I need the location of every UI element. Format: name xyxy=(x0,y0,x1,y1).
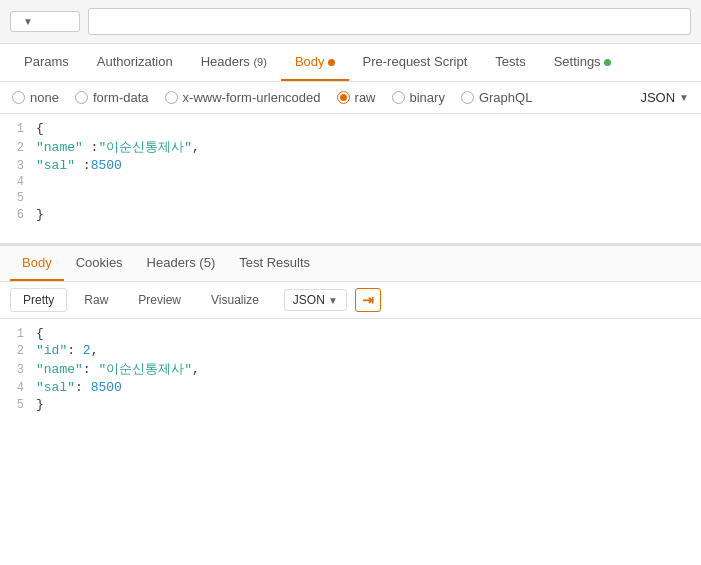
resp-view-pretty[interactable]: Pretty xyxy=(10,288,67,312)
method-chevron-icon: ▼ xyxy=(23,16,33,27)
radio-binary xyxy=(392,91,405,104)
tab-dot-body xyxy=(328,59,335,66)
req-code-line-5: 5 xyxy=(0,190,701,206)
body-option-label-binary: binary xyxy=(410,90,445,105)
line-content: { xyxy=(36,121,701,136)
req-tab-body[interactable]: Body xyxy=(281,44,349,81)
line-content: } xyxy=(36,397,701,412)
tab-badge-headers: (9) xyxy=(253,56,266,68)
method-select[interactable]: ▼ xyxy=(10,11,80,32)
resp-code-line-4: 4"sal": 8500 xyxy=(0,379,701,396)
line-content: { xyxy=(36,326,701,341)
resp-format-label: JSON xyxy=(293,293,325,307)
line-number: 1 xyxy=(0,327,36,341)
resp-tab-test-results[interactable]: Test Results xyxy=(227,246,322,281)
body-option-label-none: none xyxy=(30,90,59,105)
radio-graphql xyxy=(461,91,474,104)
line-number: 3 xyxy=(0,159,36,173)
line-number: 3 xyxy=(0,363,36,377)
req-tab-pre-request[interactable]: Pre-request Script xyxy=(349,44,482,81)
body-option-label-x-www: x-www-form-urlencoded xyxy=(183,90,321,105)
resp-view-visualize[interactable]: Visualize xyxy=(198,288,272,312)
response-tabs: BodyCookiesHeaders (5)Test Results xyxy=(0,244,701,282)
line-number: 5 xyxy=(0,191,36,205)
response-section: BodyCookiesHeaders (5)Test Results Prett… xyxy=(0,244,701,419)
req-tab-authorization[interactable]: Authorization xyxy=(83,44,187,81)
resp-tab-body[interactable]: Body xyxy=(10,246,64,281)
body-option-binary[interactable]: binary xyxy=(392,90,445,105)
resp-code-line-1: 1{ xyxy=(0,325,701,342)
body-option-raw[interactable]: raw xyxy=(337,90,376,105)
line-content: "id": 2, xyxy=(36,343,701,358)
resp-code-line-3: 3"name": "이순신통제사", xyxy=(0,359,701,379)
line-number: 5 xyxy=(0,398,36,412)
format-label: JSON xyxy=(640,90,675,105)
resp-format-dropdown[interactable]: JSON▼ xyxy=(284,289,347,311)
req-code-line-1: 1{ xyxy=(0,120,701,137)
radio-form-data xyxy=(75,91,88,104)
line-content: "sal": 8500 xyxy=(36,380,701,395)
format-dropdown[interactable]: JSON▼ xyxy=(640,90,689,105)
resp-tab-badge-headers: (5) xyxy=(199,255,215,270)
body-option-label-form-data: form-data xyxy=(93,90,149,105)
resp-view-preview[interactable]: Preview xyxy=(125,288,194,312)
format-chevron-icon: ▼ xyxy=(679,92,689,103)
response-code-editor: 1{2"id": 2,3"name": "이순신통제사",4"sal": 850… xyxy=(0,319,701,419)
url-input[interactable] xyxy=(88,8,691,35)
resp-tab-cookies[interactable]: Cookies xyxy=(64,246,135,281)
line-number: 4 xyxy=(0,381,36,395)
req-code-line-4: 4 xyxy=(0,174,701,190)
line-number: 4 xyxy=(0,175,36,189)
req-code-line-6: 6} xyxy=(0,206,701,223)
req-tab-tests[interactable]: Tests xyxy=(481,44,539,81)
line-content: "name": "이순신통제사", xyxy=(36,360,701,378)
radio-none xyxy=(12,91,25,104)
request-code-editor[interactable]: 1{2"name" :"이순신통제사",3"sal" :8500456} xyxy=(0,114,701,244)
resp-format-chevron-icon: ▼ xyxy=(328,295,338,306)
body-option-label-raw: raw xyxy=(355,90,376,105)
line-number: 1 xyxy=(0,122,36,136)
body-option-none[interactable]: none xyxy=(12,90,59,105)
resp-tab-headers[interactable]: Headers (5) xyxy=(135,246,228,281)
line-number: 6 xyxy=(0,208,36,222)
req-tab-settings[interactable]: Settings xyxy=(540,44,625,81)
req-tab-params[interactable]: Params xyxy=(10,44,83,81)
line-content: } xyxy=(36,207,701,222)
line-content: "name" :"이순신통제사", xyxy=(36,138,701,156)
line-content: "sal" :8500 xyxy=(36,158,701,173)
tab-dot-settings xyxy=(604,59,611,66)
body-option-form-data[interactable]: form-data xyxy=(75,90,149,105)
resp-code-line-5: 5} xyxy=(0,396,701,413)
radio-x-www xyxy=(165,91,178,104)
body-option-graphql[interactable]: GraphQL xyxy=(461,90,532,105)
request-tabs: ParamsAuthorizationHeaders (9)BodyPre-re… xyxy=(0,44,701,82)
url-bar: ▼ xyxy=(0,0,701,44)
req-code-line-2: 2"name" :"이순신통제사", xyxy=(0,137,701,157)
body-options: noneform-datax-www-form-urlencodedrawbin… xyxy=(0,82,701,114)
radio-raw xyxy=(337,91,350,104)
req-tab-headers[interactable]: Headers (9) xyxy=(187,44,281,81)
line-number: 2 xyxy=(0,344,36,358)
body-option-x-www[interactable]: x-www-form-urlencoded xyxy=(165,90,321,105)
body-option-label-graphql: GraphQL xyxy=(479,90,532,105)
resp-view-raw[interactable]: Raw xyxy=(71,288,121,312)
resp-code-line-2: 2"id": 2, xyxy=(0,342,701,359)
wrap-button[interactable]: ⇥ xyxy=(355,288,381,312)
response-toolbar: PrettyRawPreviewVisualizeJSON▼⇥ xyxy=(0,282,701,319)
req-code-line-3: 3"sal" :8500 xyxy=(0,157,701,174)
line-number: 2 xyxy=(0,141,36,155)
wrap-icon: ⇥ xyxy=(362,292,374,308)
